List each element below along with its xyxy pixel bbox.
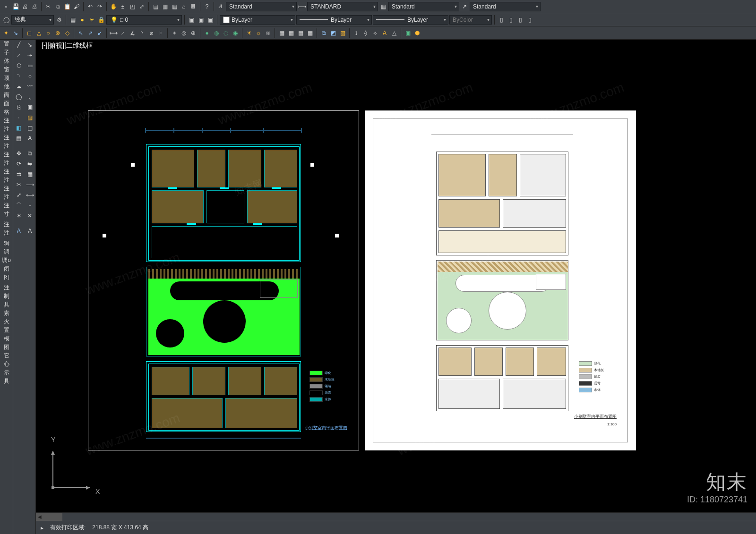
color-combo[interactable]: ByLayer <box>220 15 295 25</box>
map-a-icon[interactable]: ▦ <box>277 29 286 37</box>
render-shade-icon[interactable]: ● <box>203 29 211 37</box>
mod-extend-icon[interactable]: ⟶ <box>25 179 36 190</box>
left-panel-item[interactable]: 调 <box>0 247 13 256</box>
left-panel-item[interactable]: 注 <box>0 125 13 133</box>
left-panel-item[interactable]: 置 <box>0 40 13 48</box>
tool-table-icon[interactable]: ▦ <box>13 133 25 144</box>
zoom-window-icon[interactable]: ◰ <box>128 2 137 11</box>
render-real-icon[interactable]: ◉ <box>231 29 240 37</box>
annot-c-icon[interactable]: ⟡ <box>371 29 379 37</box>
left-panel-item[interactable]: 制 <box>0 292 13 300</box>
mod-chamfer-icon[interactable]: ⟊ <box>25 200 36 211</box>
undo-icon[interactable]: ↶ <box>86 2 94 11</box>
mod-fillet-icon[interactable]: ⌒ <box>13 200 25 211</box>
copy-icon[interactable]: ⧉ <box>53 2 62 11</box>
tool-line-icon[interactable]: ╱ <box>13 40 25 50</box>
table-style-combo[interactable]: Standard <box>388 2 459 11</box>
light-icon[interactable]: ☀ <box>245 29 253 37</box>
tool-ellipse-icon[interactable]: ◯ <box>13 92 25 102</box>
tool-xb-icon[interactable]: ◎ <box>180 29 188 37</box>
osnap-cen-icon[interactable]: ○ <box>44 29 52 37</box>
osnap-node-icon[interactable]: ⊗ <box>53 29 62 37</box>
dim-ali-icon[interactable]: ⟋ <box>119 29 127 37</box>
annot-e-icon[interactable]: △ <box>390 29 398 37</box>
sun-icon[interactable]: ☼ <box>254 29 263 37</box>
left-panel-item[interactable]: 他 <box>0 82 13 91</box>
left-panel-item[interactable]: 具 <box>0 300 13 309</box>
annot-d-icon[interactable]: A <box>380 29 389 37</box>
tool-xa-icon[interactable]: ⌖ <box>170 29 179 37</box>
paste-icon[interactable]: 📋 <box>63 2 71 11</box>
left-panel-item[interactable]: 子 <box>0 48 13 57</box>
left-panel-item[interactable]: 注 <box>0 150 13 159</box>
plotstyle-combo[interactable]: ByColor <box>449 15 492 25</box>
vp-tool1-icon[interactable]: ▯ <box>497 16 506 24</box>
model-canvas[interactable]: 绿化木地板铺装沥青水体 小别墅室内平面布置图 <box>36 40 756 512</box>
left-panel-item[interactable]: 面 <box>0 91 13 99</box>
render-final-icon[interactable]: ▣ <box>404 29 412 37</box>
redo-icon[interactable]: ↷ <box>95 2 104 11</box>
dim-style-combo[interactable]: STANDARD <box>307 2 378 11</box>
snap-tool2-icon[interactable]: ↘ <box>11 29 20 37</box>
materials-icon[interactable]: ⬢ <box>413 29 421 37</box>
scroll-left-icon[interactable]: ◀ <box>36 513 43 521</box>
print-icon[interactable]: 🖨 <box>21 2 29 11</box>
left-panel-item[interactable]: 具 <box>0 377 13 385</box>
pan-icon[interactable]: ✋ <box>109 2 118 11</box>
dim-ang-icon[interactable]: ∡ <box>128 29 137 37</box>
layer-tool1-icon[interactable]: ▣ <box>187 16 196 24</box>
left-panel-item[interactable]: 置 <box>0 326 13 334</box>
tool-spline-icon[interactable]: 〰 <box>25 81 36 92</box>
vp-tool4-icon[interactable]: ▯ <box>525 16 534 24</box>
lineweight-combo[interactable]: ByLayer <box>373 15 448 25</box>
left-panel-item[interactable]: 注 <box>0 229 13 237</box>
mod-scale-icon[interactable]: ⤢ <box>13 190 25 200</box>
left-panel-item[interactable]: 注 <box>0 167 13 176</box>
mod-trim-icon[interactable]: ✂ <box>13 179 25 190</box>
left-panel-item[interactable]: 调o <box>0 256 13 264</box>
tool-revcloud-icon[interactable]: ☁ <box>13 81 25 92</box>
iso-nw-icon[interactable]: ↖ <box>77 29 85 37</box>
mod-move-icon[interactable]: ✥ <box>13 148 25 159</box>
dim-dia-icon[interactable]: ⌀ <box>147 29 155 37</box>
left-panel-item[interactable]: 心 <box>0 360 13 368</box>
sheet-set-icon[interactable]: ▥ <box>161 2 169 11</box>
mod-offset-icon[interactable]: ⇉ <box>13 169 25 179</box>
ws-settings-icon[interactable]: ⚙ <box>55 16 63 24</box>
tool-hatch-icon[interactable]: ▨ <box>25 112 36 123</box>
mod-explode-icon[interactable]: ✶ <box>13 211 25 221</box>
mod-mirror-icon[interactable]: ⇋ <box>25 159 36 169</box>
render-wire-icon[interactable]: ◍ <box>212 29 221 37</box>
left-panel-item[interactable]: 它 <box>0 351 13 360</box>
hatch-icon[interactable]: ▨ <box>338 29 347 37</box>
scrollbar-h[interactable]: ◀ <box>36 512 756 521</box>
left-panel-item[interactable]: 示 <box>0 368 13 377</box>
new-icon[interactable]: ▫ <box>2 2 10 11</box>
help-icon[interactable]: ? <box>203 2 211 11</box>
left-panel-item[interactable]: 格 <box>0 108 13 116</box>
fog-icon[interactable]: ≋ <box>264 29 272 37</box>
print-preview-icon[interactable]: 🖨 <box>30 2 39 11</box>
tool-point-icon[interactable]: · <box>13 112 25 123</box>
vp-tool3-icon[interactable]: ▯ <box>516 16 524 24</box>
dtext-icon[interactable]: A <box>25 226 36 236</box>
left-panel-item[interactable]: 辑 <box>0 239 13 247</box>
mod-copy-icon[interactable]: ⧉ <box>25 148 36 159</box>
tool-pline-icon[interactable]: ⟋ <box>13 50 25 60</box>
zoom-extents-icon[interactable]: ⤢ <box>137 2 146 11</box>
left-panel-item[interactable]: 注 <box>0 193 13 201</box>
mod-erase-icon[interactable]: ✕ <box>25 211 36 221</box>
mtext-icon[interactable]: A <box>13 226 25 236</box>
left-panel-item[interactable]: 图 <box>0 343 13 351</box>
tool-mtext-icon[interactable]: A <box>25 133 36 144</box>
block-icon[interactable]: ◩ <box>329 29 337 37</box>
tool-circle-icon[interactable]: ○ <box>25 71 36 81</box>
left-panel-item[interactable]: 注 <box>0 142 13 150</box>
osnap-mid-icon[interactable]: △ <box>34 29 43 37</box>
left-panel-item[interactable]: 注 <box>0 133 13 142</box>
iso-ne-icon[interactable]: ↗ <box>86 29 94 37</box>
left-panel-item[interactable]: 火 <box>0 317 13 326</box>
properties-icon[interactable]: ▤ <box>151 2 160 11</box>
tool-gradient-icon[interactable]: ◧ <box>13 123 25 133</box>
map-b-icon[interactable]: ▦ <box>287 29 295 37</box>
